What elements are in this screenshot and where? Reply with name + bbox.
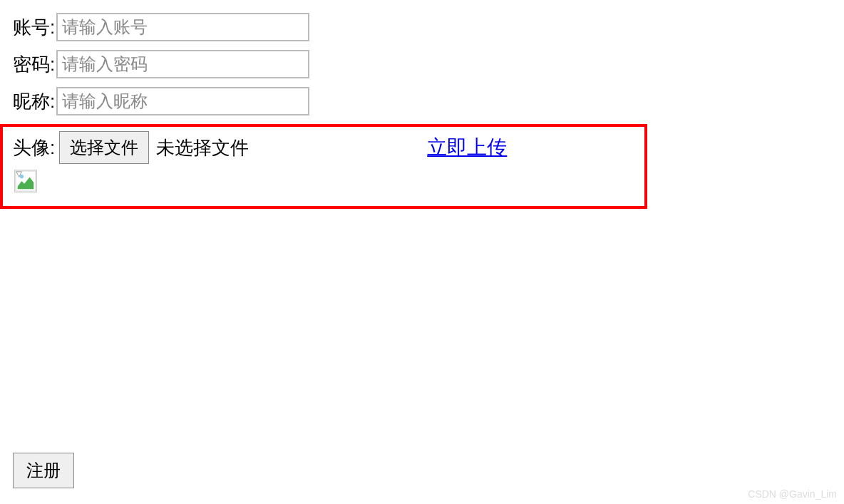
account-input[interactable] <box>56 13 309 41</box>
password-label: 密码: <box>13 52 55 77</box>
nickname-label: 昵称: <box>13 89 55 114</box>
broken-image-icon <box>14 170 37 192</box>
upload-now-link[interactable]: 立即上传 <box>427 134 507 161</box>
account-label: 账号: <box>13 15 55 40</box>
register-button[interactable]: 注册 <box>13 453 74 488</box>
password-input[interactable] <box>56 50 309 78</box>
account-row: 账号: <box>13 13 844 41</box>
avatar-row: 头像: 选择文件 未选择文件 立即上传 <box>13 131 639 164</box>
nickname-input[interactable] <box>56 87 309 115</box>
password-row: 密码: <box>13 50 844 78</box>
choose-file-button[interactable]: 选择文件 <box>59 131 149 164</box>
nickname-row: 昵称: <box>13 87 844 115</box>
avatar-label: 头像: <box>13 135 55 160</box>
watermark-text: CSDN @Gavin_Lim <box>748 488 837 500</box>
avatar-highlight-box: 头像: 选择文件 未选择文件 立即上传 <box>0 124 647 209</box>
file-status-text: 未选择文件 <box>156 135 249 160</box>
